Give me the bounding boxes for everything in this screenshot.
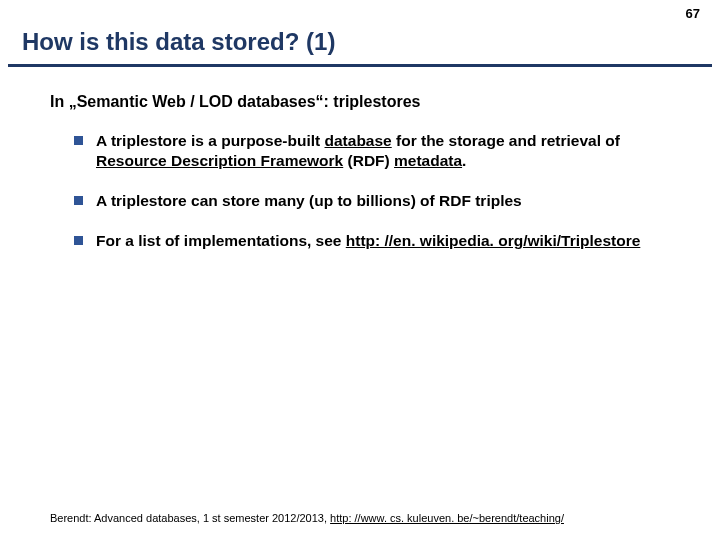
bullet-item: A triplestore is a purpose-built databas… — [74, 131, 690, 171]
text-run: For a list of implementations, see — [96, 232, 346, 249]
bullet-list: A triplestore is a purpose-built databas… — [50, 131, 690, 252]
text-run: for the storage and retrieval of — [392, 132, 620, 149]
text-run: A triplestore is a purpose-built — [96, 132, 325, 149]
slide-title: How is this data stored? (1) — [0, 0, 720, 64]
link-text: metadata — [394, 152, 462, 169]
slide: 67 How is this data stored? (1) In „Sema… — [0, 0, 720, 540]
bullet-item: A triplestore can store many (up to bill… — [74, 191, 690, 211]
link-text: Resource Description Framework — [96, 152, 343, 169]
bullet-item: For a list of implementations, see http:… — [74, 231, 690, 251]
lead-text: In „Semantic Web / LOD databases“: tripl… — [50, 93, 690, 111]
text-run: (RDF) — [343, 152, 394, 169]
footer-text: Berendt: Advanced databases, 1 st semest… — [50, 512, 330, 524]
text-run: . — [462, 152, 466, 169]
footer-link[interactable]: http: //www. cs. kuleuven. be/~berendt/t… — [330, 512, 564, 524]
footer: Berendt: Advanced databases, 1 st semest… — [50, 512, 564, 524]
link-text: database — [325, 132, 392, 149]
content-area: In „Semantic Web / LOD databases“: tripl… — [0, 67, 720, 252]
link-text: http: //en. wikipedia. org/wiki/Triplest… — [346, 232, 641, 249]
page-number: 67 — [686, 6, 700, 21]
text-run: A triplestore can store many (up to bill… — [96, 192, 522, 209]
